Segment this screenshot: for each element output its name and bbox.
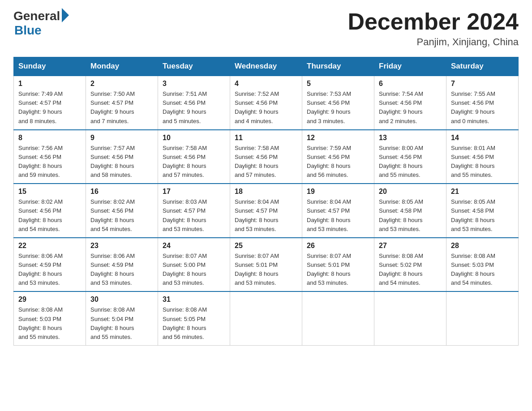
day-number: 13	[379, 134, 442, 142]
day-info: Sunrise: 8:02 AM Sunset: 4:56 PM Dayligh…	[18, 197, 81, 234]
calendar-cell: 10Sunrise: 7:58 AM Sunset: 4:56 PM Dayli…	[158, 130, 230, 184]
calendar-week-row: 1Sunrise: 7:49 AM Sunset: 4:57 PM Daylig…	[14, 76, 519, 130]
day-info: Sunrise: 8:06 AM Sunset: 4:59 PM Dayligh…	[18, 252, 81, 288]
day-number: 20	[379, 188, 442, 196]
day-info: Sunrise: 8:04 AM Sunset: 4:57 PM Dayligh…	[235, 197, 297, 234]
day-number: 15	[18, 188, 81, 196]
day-number: 7	[451, 80, 514, 88]
day-info: Sunrise: 8:07 AM Sunset: 5:01 PM Dayligh…	[235, 252, 297, 288]
day-number: 11	[235, 134, 297, 142]
calendar-cell: 21Sunrise: 8:05 AM Sunset: 4:58 PM Dayli…	[446, 184, 519, 238]
calendar-cell: 9Sunrise: 7:57 AM Sunset: 4:56 PM Daylig…	[86, 130, 158, 184]
calendar-week-row: 22Sunrise: 8:06 AM Sunset: 4:59 PM Dayli…	[14, 238, 519, 292]
day-number: 30	[90, 295, 153, 304]
day-number: 27	[379, 242, 442, 250]
day-info: Sunrise: 7:53 AM Sunset: 4:56 PM Dayligh…	[307, 90, 369, 126]
logo-arrow-icon	[62, 8, 69, 22]
calendar-cell: 8Sunrise: 7:56 AM Sunset: 4:56 PM Daylig…	[14, 130, 86, 184]
day-number: 21	[451, 188, 514, 196]
calendar-cell: 31Sunrise: 8:08 AM Sunset: 5:05 PM Dayli…	[158, 291, 230, 345]
page-header: General Blue December 2024 Panjim, Xinji…	[13, 9, 519, 48]
day-number: 1	[18, 80, 81, 88]
day-number: 5	[307, 80, 369, 88]
day-number: 23	[90, 242, 153, 250]
day-info: Sunrise: 8:08 AM Sunset: 5:03 PM Dayligh…	[18, 305, 81, 342]
calendar-cell: 29Sunrise: 8:08 AM Sunset: 5:03 PM Dayli…	[14, 291, 86, 345]
calendar-cell: 15Sunrise: 8:02 AM Sunset: 4:56 PM Dayli…	[14, 184, 86, 238]
calendar-cell: 16Sunrise: 8:02 AM Sunset: 4:56 PM Dayli…	[86, 184, 158, 238]
weekday-header-sunday: Sunday	[14, 57, 86, 76]
calendar-cell	[230, 291, 302, 345]
weekday-header-monday: Monday	[86, 57, 158, 76]
day-info: Sunrise: 8:01 AM Sunset: 4:56 PM Dayligh…	[451, 144, 514, 180]
day-number: 28	[451, 242, 514, 250]
calendar-cell: 22Sunrise: 8:06 AM Sunset: 4:59 PM Dayli…	[14, 238, 86, 292]
calendar-cell: 18Sunrise: 8:04 AM Sunset: 4:57 PM Dayli…	[230, 184, 302, 238]
day-info: Sunrise: 8:05 AM Sunset: 4:58 PM Dayligh…	[451, 197, 514, 234]
day-number: 22	[18, 242, 81, 250]
calendar-cell: 4Sunrise: 7:52 AM Sunset: 4:56 PM Daylig…	[230, 76, 302, 130]
calendar-cell: 26Sunrise: 8:07 AM Sunset: 5:01 PM Dayli…	[302, 238, 374, 292]
calendar-cell: 1Sunrise: 7:49 AM Sunset: 4:57 PM Daylig…	[14, 76, 86, 130]
day-number: 31	[163, 295, 225, 304]
month-title: December 2024	[348, 9, 519, 34]
day-info: Sunrise: 8:04 AM Sunset: 4:57 PM Dayligh…	[307, 197, 369, 234]
day-info: Sunrise: 7:51 AM Sunset: 4:56 PM Dayligh…	[163, 90, 225, 126]
day-info: Sunrise: 7:59 AM Sunset: 4:56 PM Dayligh…	[307, 144, 369, 180]
day-number: 10	[163, 134, 225, 142]
day-number: 8	[18, 134, 81, 142]
calendar-cell	[302, 291, 374, 345]
day-info: Sunrise: 8:07 AM Sunset: 5:01 PM Dayligh…	[307, 252, 369, 288]
calendar-cell	[446, 291, 519, 345]
day-number: 12	[307, 134, 369, 142]
logo: General Blue	[13, 9, 69, 38]
day-info: Sunrise: 8:06 AM Sunset: 4:59 PM Dayligh…	[90, 252, 153, 288]
day-info: Sunrise: 7:49 AM Sunset: 4:57 PM Dayligh…	[18, 90, 81, 126]
calendar-week-row: 29Sunrise: 8:08 AM Sunset: 5:03 PM Dayli…	[14, 291, 519, 345]
day-number: 4	[235, 80, 297, 88]
day-number: 25	[235, 242, 297, 250]
calendar-cell: 12Sunrise: 7:59 AM Sunset: 4:56 PM Dayli…	[302, 130, 374, 184]
calendar-cell: 28Sunrise: 8:08 AM Sunset: 5:03 PM Dayli…	[446, 238, 519, 292]
day-info: Sunrise: 7:56 AM Sunset: 4:56 PM Dayligh…	[18, 144, 81, 180]
weekday-header-tuesday: Tuesday	[158, 57, 230, 76]
logo-blue-text: Blue	[14, 23, 42, 38]
calendar-cell: 23Sunrise: 8:06 AM Sunset: 4:59 PM Dayli…	[86, 238, 158, 292]
day-info: Sunrise: 7:58 AM Sunset: 4:56 PM Dayligh…	[163, 144, 225, 180]
weekday-header-wednesday: Wednesday	[230, 57, 302, 76]
calendar-cell: 17Sunrise: 8:03 AM Sunset: 4:57 PM Dayli…	[158, 184, 230, 238]
calendar-cell: 5Sunrise: 7:53 AM Sunset: 4:56 PM Daylig…	[302, 76, 374, 130]
weekday-header-saturday: Saturday	[446, 57, 519, 76]
day-number: 6	[379, 80, 442, 88]
day-info: Sunrise: 7:58 AM Sunset: 4:56 PM Dayligh…	[235, 144, 297, 180]
day-number: 24	[163, 242, 225, 250]
day-number: 29	[18, 295, 81, 304]
day-number: 9	[90, 134, 153, 142]
day-number: 2	[90, 80, 153, 88]
day-info: Sunrise: 7:54 AM Sunset: 4:56 PM Dayligh…	[379, 90, 442, 126]
day-info: Sunrise: 8:08 AM Sunset: 5:05 PM Dayligh…	[163, 305, 225, 342]
day-info: Sunrise: 7:50 AM Sunset: 4:57 PM Dayligh…	[90, 90, 153, 126]
calendar-cell: 7Sunrise: 7:55 AM Sunset: 4:56 PM Daylig…	[446, 76, 519, 130]
day-info: Sunrise: 8:07 AM Sunset: 5:00 PM Dayligh…	[163, 252, 225, 288]
day-info: Sunrise: 8:03 AM Sunset: 4:57 PM Dayligh…	[163, 197, 225, 234]
day-info: Sunrise: 8:08 AM Sunset: 5:04 PM Dayligh…	[90, 305, 153, 342]
day-number: 18	[235, 188, 297, 196]
calendar-cell: 30Sunrise: 8:08 AM Sunset: 5:04 PM Dayli…	[86, 291, 158, 345]
day-number: 19	[307, 188, 369, 196]
weekday-header-thursday: Thursday	[302, 57, 374, 76]
day-info: Sunrise: 7:52 AM Sunset: 4:56 PM Dayligh…	[235, 90, 297, 126]
calendar-week-row: 15Sunrise: 8:02 AM Sunset: 4:56 PM Dayli…	[14, 184, 519, 238]
day-info: Sunrise: 8:02 AM Sunset: 4:56 PM Dayligh…	[90, 197, 153, 234]
calendar-week-row: 8Sunrise: 7:56 AM Sunset: 4:56 PM Daylig…	[14, 130, 519, 184]
day-info: Sunrise: 8:08 AM Sunset: 5:03 PM Dayligh…	[451, 252, 514, 288]
day-info: Sunrise: 8:08 AM Sunset: 5:02 PM Dayligh…	[379, 252, 442, 288]
calendar-cell: 6Sunrise: 7:54 AM Sunset: 4:56 PM Daylig…	[374, 76, 446, 130]
weekday-header-friday: Friday	[374, 57, 446, 76]
calendar-cell: 11Sunrise: 7:58 AM Sunset: 4:56 PM Dayli…	[230, 130, 302, 184]
location-subtitle: Panjim, Xinjiang, China	[348, 36, 519, 48]
calendar-cell	[374, 291, 446, 345]
day-number: 3	[163, 80, 225, 88]
day-info: Sunrise: 8:00 AM Sunset: 4:56 PM Dayligh…	[379, 144, 442, 180]
title-area: December 2024 Panjim, Xinjiang, China	[348, 9, 519, 48]
